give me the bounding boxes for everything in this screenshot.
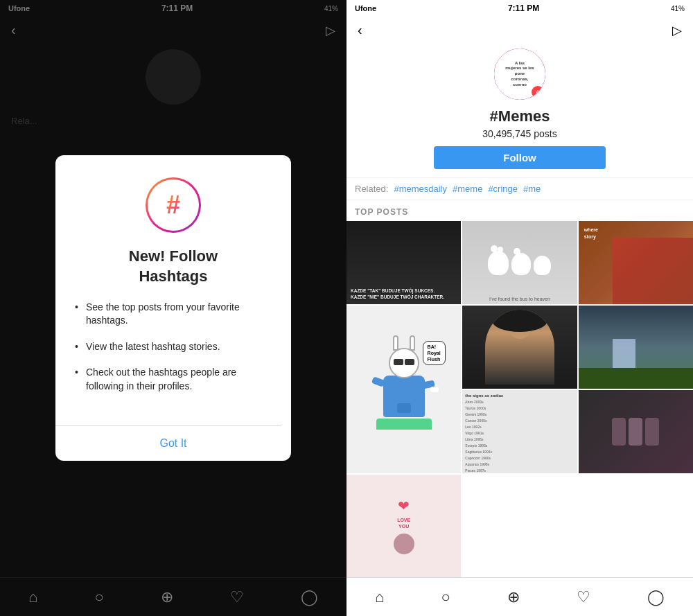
right-panel: Ufone 7:11 PM 41% ‹ ▷ A las mujeres se l… — [346, 0, 693, 616]
right-carrier: Ufone — [355, 4, 376, 12]
right-nav-add[interactable]: ⊕ — [507, 588, 520, 606]
follow-hashtags-modal: # New! Follow Hashtags See the top posts… — [55, 155, 291, 460]
grid-item-5[interactable] — [462, 306, 577, 389]
right-nav-search[interactable]: ○ — [441, 588, 450, 606]
right-send-icon[interactable]: ▷ — [672, 23, 682, 38]
right-nav-home[interactable]: ⌂ — [375, 588, 384, 606]
modal-hashtag-icon: # — [146, 177, 201, 233]
right-status-icons: 41% — [671, 5, 685, 12]
follow-button[interactable]: Follow — [434, 146, 606, 169]
hashtag-name: #Memes — [490, 107, 550, 125]
modal-overlay: # New! Follow Hashtags See the top posts… — [0, 0, 346, 616]
related-tags-list: #memesdaily #meme #cringe #me — [394, 184, 541, 194]
related-tag-1[interactable]: #meme — [453, 184, 482, 194]
posts-count: 30,495,745 posts — [482, 128, 556, 139]
related-label: Related: — [355, 184, 388, 194]
right-time: 7:11 PM — [508, 3, 539, 13]
related-tag-0[interactable]: #memesdaily — [394, 184, 447, 194]
grid-item-4[interactable]: BA!RoyalFlush — [346, 306, 461, 473]
left-panel: Ufone 7:11 PM 41% ‹ ▷ Rela... # New! Fol… — [0, 0, 346, 616]
modal-bullets: See the top posts from your favorite has… — [75, 301, 272, 406]
modal-bullet-1: See the top posts from your favorite has… — [75, 301, 272, 328]
grid-item-1[interactable]: KAZDE "TAK" BUDUJE TWÓj SUKCES.KAZDE "NI… — [346, 221, 461, 304]
grid-item-2[interactable]: I've found the bus to heaven — [462, 221, 577, 304]
related-tag-3[interactable]: #me — [523, 184, 541, 194]
got-it-button[interactable]: Got It — [75, 426, 272, 461]
avatar-hashtag-badge: # — [532, 86, 544, 98]
grid-item-3[interactable]: wherestory — [579, 221, 693, 304]
right-back-arrow[interactable]: ‹ — [358, 22, 362, 38]
avatar-text: A las mujeres se les pone coronas, cuern… — [501, 57, 538, 92]
related-tags-row: Related: #memesdaily #meme #cringe #me — [346, 177, 693, 200]
grid-item-9[interactable]: ❤ LOVEYOU — [346, 475, 461, 577]
posts-grid: KAZDE "TAK" BUDUJE TWÓj SUKCES.KAZDE "NI… — [346, 221, 693, 577]
modal-hash-symbol: # — [166, 191, 180, 220]
profile-avatar: A las mujeres se les pone coronas, cuern… — [492, 46, 547, 102]
modal-bullet-2: View the latest hashtag stories. — [75, 340, 272, 354]
right-nav-bar: ‹ ▷ — [346, 17, 693, 44]
top-posts-label: TOP POSTS — [346, 200, 693, 221]
profile-header: A las mujeres se les pone coronas, cuern… — [346, 44, 693, 177]
modal-title: New! Follow Hashtags — [129, 247, 218, 286]
modal-bullet-3: Check out the hashtags people are follow… — [75, 366, 272, 393]
right-status-bar: Ufone 7:11 PM 41% — [346, 0, 693, 17]
grid-item-7[interactable]: the signs as zodiac Aries 2000sTaurus 20… — [462, 390, 577, 473]
grid-item-6[interactable] — [579, 306, 693, 389]
right-battery: 41% — [671, 5, 685, 12]
right-nav-heart[interactable]: ♡ — [577, 588, 590, 606]
right-nav-profile[interactable]: ◯ — [647, 588, 665, 606]
grid-item-8[interactable] — [579, 390, 693, 473]
right-bottom-nav: ⌂ ○ ⊕ ♡ ◯ — [346, 577, 693, 616]
avatar-inner: A las mujeres se les pone coronas, cuern… — [494, 49, 545, 100]
related-tag-2[interactable]: #cringe — [488, 184, 518, 194]
